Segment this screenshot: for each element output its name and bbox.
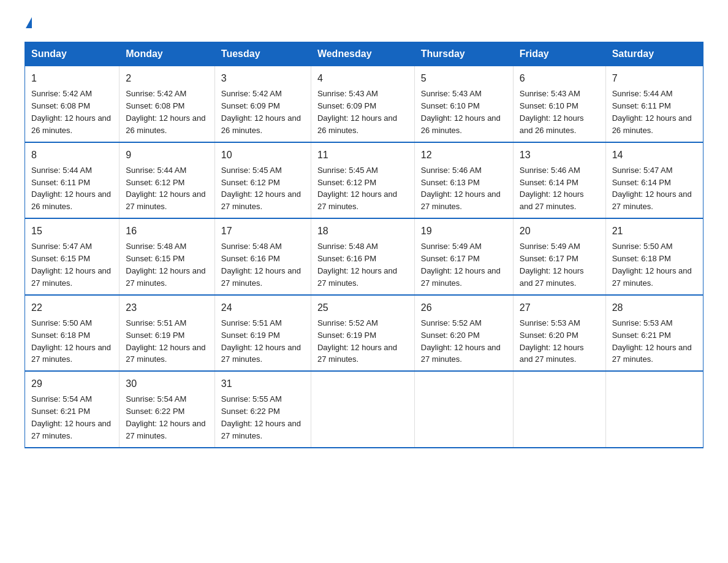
calendar-cell — [605, 371, 703, 448]
calendar-cell: 10Sunrise: 5:45 AMSunset: 6:12 PMDayligh… — [214, 142, 311, 219]
calendar-cell: 22Sunrise: 5:50 AMSunset: 6:18 PMDayligh… — [25, 295, 119, 372]
day-number: 2 — [126, 71, 208, 85]
day-info: Sunrise: 5:51 AMSunset: 6:19 PMDaylight:… — [221, 318, 301, 364]
day-info: Sunrise: 5:45 AMSunset: 6:12 PMDaylight:… — [317, 166, 397, 212]
calendar-cell: 2Sunrise: 5:42 AMSunset: 6:08 PMDaylight… — [119, 66, 215, 142]
header-thursday: Thursday — [414, 42, 513, 66]
day-info: Sunrise: 5:47 AMSunset: 6:14 PMDaylight:… — [612, 166, 692, 212]
header-friday: Friday — [513, 42, 605, 66]
day-info: Sunrise: 5:49 AMSunset: 6:17 PMDaylight:… — [421, 242, 501, 288]
day-info: Sunrise: 5:52 AMSunset: 6:19 PMDaylight:… — [317, 318, 397, 364]
day-number: 19 — [421, 224, 507, 238]
day-info: Sunrise: 5:48 AMSunset: 6:16 PMDaylight:… — [317, 242, 397, 288]
calendar-cell: 19Sunrise: 5:49 AMSunset: 6:17 PMDayligh… — [414, 218, 513, 295]
day-info: Sunrise: 5:53 AMSunset: 6:20 PMDaylight:… — [520, 318, 584, 364]
calendar-cell: 3Sunrise: 5:42 AMSunset: 6:09 PMDaylight… — [214, 66, 311, 142]
calendar-week-row: 1Sunrise: 5:42 AMSunset: 6:08 PMDaylight… — [25, 66, 703, 142]
calendar-cell: 25Sunrise: 5:52 AMSunset: 6:19 PMDayligh… — [311, 295, 414, 372]
calendar-cell: 23Sunrise: 5:51 AMSunset: 6:19 PMDayligh… — [119, 295, 215, 372]
calendar-cell: 7Sunrise: 5:44 AMSunset: 6:11 PMDaylight… — [605, 66, 703, 142]
day-info: Sunrise: 5:54 AMSunset: 6:21 PMDaylight:… — [31, 394, 111, 440]
header-saturday: Saturday — [605, 42, 703, 66]
day-number: 13 — [520, 148, 599, 162]
logo — [25, 18, 32, 29]
calendar-cell: 31Sunrise: 5:55 AMSunset: 6:22 PMDayligh… — [214, 371, 311, 448]
calendar-week-row: 22Sunrise: 5:50 AMSunset: 6:18 PMDayligh… — [25, 295, 703, 372]
calendar-cell: 4Sunrise: 5:43 AMSunset: 6:09 PMDaylight… — [311, 66, 414, 142]
calendar-header-row: SundayMondayTuesdayWednesdayThursdayFrid… — [25, 42, 703, 66]
header-sunday: Sunday — [25, 42, 119, 66]
day-number: 30 — [126, 377, 208, 391]
day-number: 14 — [612, 148, 697, 162]
calendar-table: SundayMondayTuesdayWednesdayThursdayFrid… — [25, 42, 703, 448]
day-number: 22 — [31, 301, 113, 315]
day-info: Sunrise: 5:42 AMSunset: 6:09 PMDaylight:… — [221, 89, 301, 135]
day-number: 6 — [520, 71, 599, 85]
calendar-cell: 24Sunrise: 5:51 AMSunset: 6:19 PMDayligh… — [214, 295, 311, 372]
day-info: Sunrise: 5:53 AMSunset: 6:21 PMDaylight:… — [612, 318, 692, 364]
day-info: Sunrise: 5:43 AMSunset: 6:09 PMDaylight:… — [317, 89, 397, 135]
calendar-cell: 14Sunrise: 5:47 AMSunset: 6:14 PMDayligh… — [605, 142, 703, 219]
day-number: 17 — [221, 224, 305, 238]
day-number: 20 — [520, 224, 599, 238]
day-number: 21 — [612, 224, 697, 238]
calendar-cell: 16Sunrise: 5:48 AMSunset: 6:15 PMDayligh… — [119, 218, 215, 295]
day-number: 12 — [421, 148, 507, 162]
day-info: Sunrise: 5:48 AMSunset: 6:15 PMDaylight:… — [126, 242, 205, 288]
calendar-cell: 8Sunrise: 5:44 AMSunset: 6:11 PMDaylight… — [25, 142, 119, 219]
header-tuesday: Tuesday — [214, 42, 311, 66]
day-number: 11 — [317, 148, 408, 162]
day-info: Sunrise: 5:43 AMSunset: 6:10 PMDaylight:… — [520, 89, 584, 135]
calendar-cell: 20Sunrise: 5:49 AMSunset: 6:17 PMDayligh… — [513, 218, 605, 295]
day-number: 9 — [126, 148, 208, 162]
header-wednesday: Wednesday — [311, 42, 414, 66]
calendar-cell — [311, 371, 414, 448]
calendar-cell: 18Sunrise: 5:48 AMSunset: 6:16 PMDayligh… — [311, 218, 414, 295]
day-info: Sunrise: 5:44 AMSunset: 6:11 PMDaylight:… — [31, 166, 111, 212]
calendar-cell: 21Sunrise: 5:50 AMSunset: 6:18 PMDayligh… — [605, 218, 703, 295]
day-info: Sunrise: 5:42 AMSunset: 6:08 PMDaylight:… — [126, 89, 205, 135]
day-number: 24 — [221, 301, 305, 315]
calendar-week-row: 15Sunrise: 5:47 AMSunset: 6:15 PMDayligh… — [25, 218, 703, 295]
calendar-cell: 17Sunrise: 5:48 AMSunset: 6:16 PMDayligh… — [214, 218, 311, 295]
day-info: Sunrise: 5:49 AMSunset: 6:17 PMDaylight:… — [520, 242, 584, 288]
page-header — [25, 18, 703, 29]
calendar-cell: 11Sunrise: 5:45 AMSunset: 6:12 PMDayligh… — [311, 142, 414, 219]
day-info: Sunrise: 5:55 AMSunset: 6:22 PMDaylight:… — [221, 394, 301, 440]
day-number: 15 — [31, 224, 113, 238]
day-number: 23 — [126, 301, 208, 315]
day-info: Sunrise: 5:45 AMSunset: 6:12 PMDaylight:… — [221, 166, 301, 212]
day-number: 5 — [421, 71, 507, 85]
day-number: 4 — [317, 71, 408, 85]
calendar-cell: 26Sunrise: 5:52 AMSunset: 6:20 PMDayligh… — [414, 295, 513, 372]
calendar-week-row: 29Sunrise: 5:54 AMSunset: 6:21 PMDayligh… — [25, 371, 703, 448]
calendar-cell: 13Sunrise: 5:46 AMSunset: 6:14 PMDayligh… — [513, 142, 605, 219]
day-info: Sunrise: 5:51 AMSunset: 6:19 PMDaylight:… — [126, 318, 205, 364]
calendar-cell — [513, 371, 605, 448]
day-info: Sunrise: 5:44 AMSunset: 6:12 PMDaylight:… — [126, 166, 205, 212]
day-info: Sunrise: 5:46 AMSunset: 6:13 PMDaylight:… — [421, 166, 501, 212]
day-number: 8 — [31, 148, 113, 162]
day-info: Sunrise: 5:46 AMSunset: 6:14 PMDaylight:… — [520, 166, 584, 212]
calendar-cell: 29Sunrise: 5:54 AMSunset: 6:21 PMDayligh… — [25, 371, 119, 448]
calendar-cell: 28Sunrise: 5:53 AMSunset: 6:21 PMDayligh… — [605, 295, 703, 372]
day-info: Sunrise: 5:50 AMSunset: 6:18 PMDaylight:… — [31, 318, 111, 364]
day-info: Sunrise: 5:50 AMSunset: 6:18 PMDaylight:… — [612, 242, 692, 288]
day-info: Sunrise: 5:48 AMSunset: 6:16 PMDaylight:… — [221, 242, 301, 288]
day-number: 7 — [612, 71, 697, 85]
header-monday: Monday — [119, 42, 215, 66]
day-number: 26 — [421, 301, 507, 315]
day-info: Sunrise: 5:43 AMSunset: 6:10 PMDaylight:… — [421, 89, 501, 135]
calendar-week-row: 8Sunrise: 5:44 AMSunset: 6:11 PMDaylight… — [25, 142, 703, 219]
day-info: Sunrise: 5:42 AMSunset: 6:08 PMDaylight:… — [31, 89, 111, 135]
day-number: 18 — [317, 224, 408, 238]
day-number: 25 — [317, 301, 408, 315]
calendar-cell: 1Sunrise: 5:42 AMSunset: 6:08 PMDaylight… — [25, 66, 119, 142]
day-number: 16 — [126, 224, 208, 238]
calendar-cell: 30Sunrise: 5:54 AMSunset: 6:22 PMDayligh… — [119, 371, 215, 448]
logo-triangle-icon — [26, 17, 32, 28]
day-info: Sunrise: 5:44 AMSunset: 6:11 PMDaylight:… — [612, 89, 692, 135]
day-number: 10 — [221, 148, 305, 162]
calendar-cell — [414, 371, 513, 448]
day-number: 31 — [221, 377, 305, 391]
